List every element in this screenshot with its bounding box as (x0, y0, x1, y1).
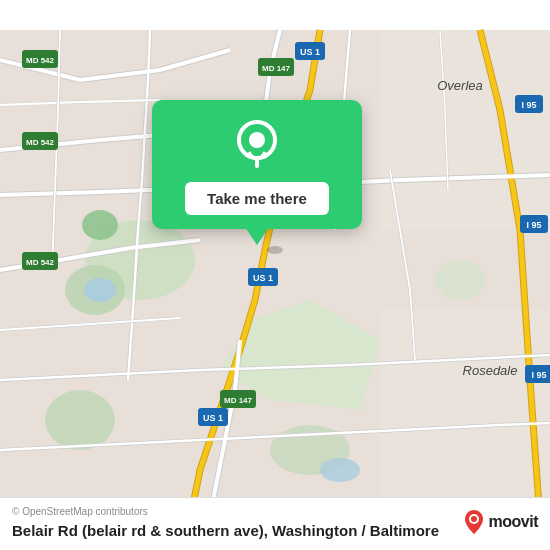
map-svg: US 1 US 1 US 1 I 95 I 95 I 95 MD 542 MD … (0, 0, 550, 550)
svg-point-6 (45, 390, 115, 450)
map-container: US 1 US 1 US 1 I 95 I 95 I 95 MD 542 MD … (0, 0, 550, 550)
svg-text:MD 542: MD 542 (26, 138, 55, 147)
moovit-logo: moovit (463, 508, 538, 536)
svg-text:MD 542: MD 542 (26, 258, 55, 267)
svg-text:I 95: I 95 (521, 100, 536, 110)
svg-point-36 (267, 246, 283, 254)
svg-text:MD 147: MD 147 (224, 396, 253, 405)
svg-point-8 (84, 278, 116, 302)
svg-text:Overlea: Overlea (437, 78, 483, 93)
svg-point-38 (249, 132, 265, 148)
svg-text:I 95: I 95 (531, 370, 546, 380)
svg-rect-10 (380, 30, 550, 230)
svg-text:US 1: US 1 (253, 273, 273, 283)
svg-text:US 1: US 1 (300, 47, 320, 57)
svg-text:Rosedale: Rosedale (463, 363, 518, 378)
svg-point-7 (435, 260, 485, 300)
take-me-there-button[interactable]: Take me there (185, 182, 329, 215)
svg-text:I 95: I 95 (526, 220, 541, 230)
popup-card: Take me there (152, 100, 362, 229)
map-attribution: © OpenStreetMap contributors (12, 506, 538, 517)
svg-point-40 (471, 516, 477, 522)
moovit-pin-icon (463, 508, 485, 536)
location-title: Belair Rd (belair rd & southern ave), Wa… (12, 521, 538, 541)
svg-text:US 1: US 1 (203, 413, 223, 423)
moovit-brand-text: moovit (489, 513, 538, 531)
svg-text:MD 542: MD 542 (26, 56, 55, 65)
svg-text:MD 147: MD 147 (262, 64, 291, 73)
location-pin-icon (230, 118, 284, 172)
svg-point-3 (82, 210, 118, 240)
svg-point-9 (320, 458, 360, 482)
